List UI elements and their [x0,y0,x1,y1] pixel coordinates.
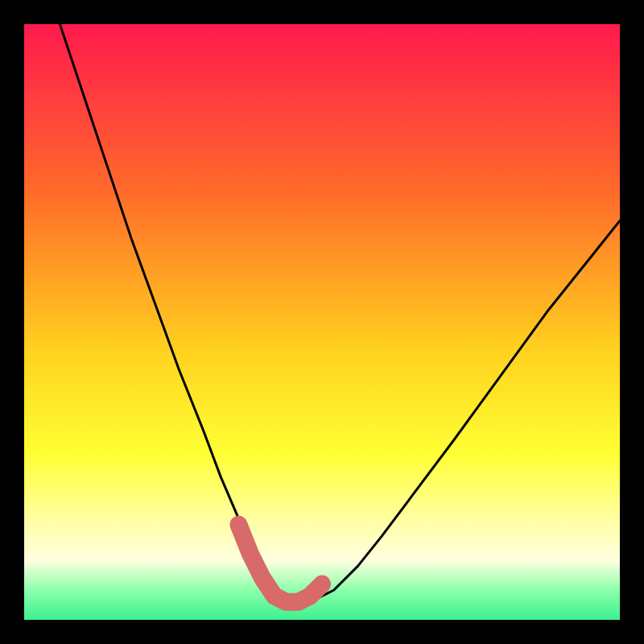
chart-frame: TheBottleneck.com [0,0,644,644]
gradient-background [24,24,620,620]
frame-bottom [0,620,644,644]
frame-left [0,0,24,644]
frame-right [620,0,644,644]
chart-svg [0,0,644,644]
frame-top [0,0,644,24]
